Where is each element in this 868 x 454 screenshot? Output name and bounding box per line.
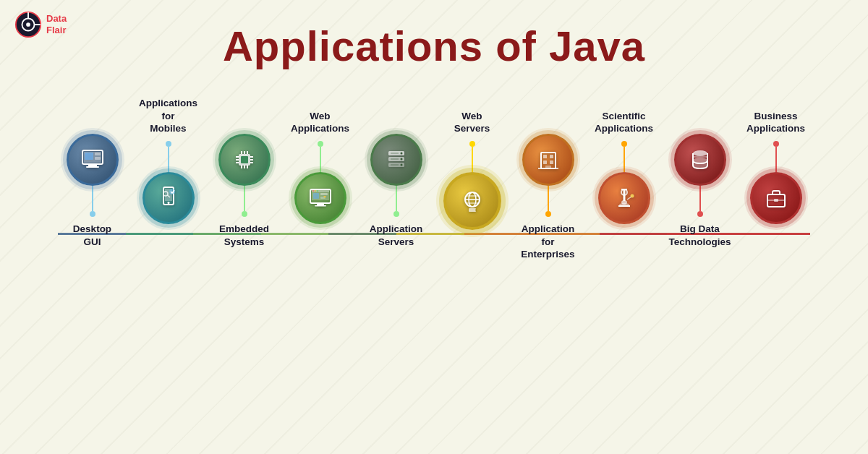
- node-circle-4: [294, 172, 346, 224]
- node-circle-10: [750, 172, 802, 224]
- node-circle-9: [674, 134, 726, 186]
- node-desktop-gui: DesktopGUI: [58, 92, 127, 259]
- node-circle-8: [598, 172, 650, 224]
- svg-rect-41: [317, 203, 324, 205]
- svg-rect-11: [95, 157, 101, 160]
- web-monitor-icon: [307, 185, 333, 211]
- desktop-icon: [80, 147, 106, 173]
- svg-rect-60: [543, 155, 547, 158]
- node-big-data: Big DataTechnologies: [665, 92, 734, 259]
- globe-server-icon: [459, 188, 485, 214]
- svg-rect-9: [85, 153, 93, 160]
- connector-top-2: [168, 147, 169, 172]
- page-container: Data Flair Applications of Java: [0, 0, 868, 454]
- svg-point-46: [400, 153, 402, 155]
- nodes-container: DesktopGUI Applications forMobiles: [22, 92, 846, 367]
- node-business-apps: BusinessApplications: [741, 92, 810, 266]
- connector-bottom-1: [92, 186, 93, 211]
- svg-rect-63: [550, 160, 553, 164]
- server-stack-icon: [383, 147, 409, 173]
- node-9-label-bottom: Big DataTechnologies: [668, 223, 731, 259]
- briefcase-icon: [763, 185, 789, 211]
- mobile-icon: [156, 185, 182, 211]
- node-embedded-systems: EmbeddedSystems: [210, 92, 278, 259]
- node-circle-5: [370, 134, 422, 186]
- node-circle-7: [522, 134, 574, 186]
- svg-rect-62: [543, 160, 547, 164]
- chip-icon: [231, 147, 258, 173]
- node-circle-1: [67, 134, 119, 186]
- svg-rect-39: [320, 193, 328, 195]
- svg-point-14: [167, 202, 169, 204]
- svg-point-58: [475, 210, 477, 211]
- svg-point-74: [693, 150, 707, 156]
- node-mobile-apps: Applications forMobiles: [134, 92, 203, 266]
- node-1-label-bottom: DesktopGUI: [73, 223, 111, 259]
- svg-rect-10: [95, 153, 101, 155]
- node-circle-6: [443, 172, 501, 230]
- svg-rect-6: [88, 164, 97, 166]
- svg-point-76: [693, 158, 707, 163]
- node-3-label-bottom: EmbeddedSystems: [219, 223, 269, 259]
- svg-point-77: [693, 163, 707, 168]
- svg-rect-80: [774, 199, 778, 202]
- svg-point-35: [312, 190, 314, 192]
- node-circle-3: [218, 134, 271, 186]
- microscope-icon: [611, 185, 637, 211]
- svg-point-36: [315, 190, 316, 192]
- node-4-label-top: WebApplications: [291, 92, 349, 135]
- svg-rect-7: [86, 166, 99, 168]
- svg-point-47: [400, 158, 402, 160]
- svg-rect-57: [469, 208, 476, 212]
- node-web-applications: WebApplications: [286, 92, 354, 266]
- logo-icon: [14, 11, 42, 38]
- node-7-label-bottom: Application forEnterprises: [514, 223, 582, 261]
- logo-text: Data Flair: [46, 13, 67, 35]
- node-10-label-top: BusinessApplications: [746, 92, 805, 135]
- node-circle-2: [142, 172, 195, 224]
- main-title: Applications of Java: [22, 22, 846, 70]
- svg-point-37: [317, 190, 318, 192]
- building-icon: [535, 147, 561, 173]
- node-6-label-top: WebServers: [454, 92, 490, 135]
- node-enterprise-apps: Application forEnterprises: [514, 92, 582, 261]
- node-2-label-top: Applications forMobiles: [134, 92, 203, 135]
- svg-point-73: [630, 194, 634, 198]
- timeline-section: DesktopGUI Applications forMobiles: [22, 92, 846, 367]
- svg-rect-19: [241, 156, 248, 163]
- logo: Data Flair: [14, 11, 67, 38]
- node-web-servers: WebServers: [438, 92, 506, 272]
- node-scientific-apps: ScientificApplications: [590, 92, 658, 266]
- node-5-label-bottom: ApplicationServers: [370, 223, 423, 259]
- svg-point-48: [400, 164, 402, 166]
- svg-rect-42: [315, 205, 326, 207]
- svg-point-2: [26, 22, 30, 27]
- svg-rect-38: [313, 193, 319, 199]
- node-8-label-top: ScientificApplications: [595, 92, 653, 135]
- node-app-servers: ApplicationServers: [362, 92, 430, 259]
- database-icon: [687, 147, 713, 173]
- svg-rect-61: [550, 155, 553, 158]
